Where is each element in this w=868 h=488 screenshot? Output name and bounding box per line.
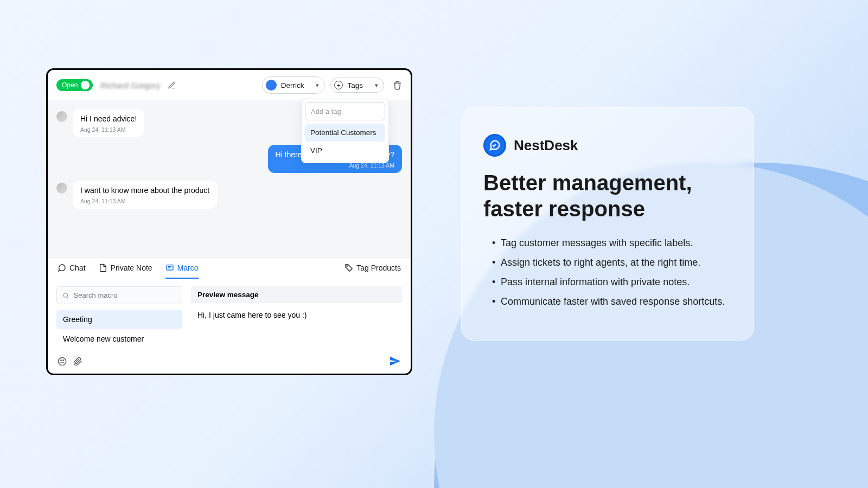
tab-chat[interactable]: Chat — [58, 264, 86, 279]
composer: Chat Private Note Marco Tag Products — [48, 258, 411, 374]
tab-tag-products[interactable]: Tag Products — [344, 264, 401, 279]
marketing-title: Better management, faster response — [483, 170, 732, 222]
composer-footer — [48, 352, 411, 374]
emoji-icon[interactable] — [58, 357, 67, 366]
customer-avatar — [56, 183, 67, 194]
message-bubble: I want to know more about the product Au… — [73, 181, 217, 209]
customer-name: Richard Gregory — [100, 81, 160, 90]
message-row: I want to know more about the product Au… — [56, 181, 402, 209]
svg-point-1 — [347, 266, 347, 266]
send-button[interactable] — [389, 355, 401, 367]
macro-list: Greeting Welcome new customer — [56, 286, 182, 349]
tags-dropdown[interactable]: + Tags ▾ Potential Customers VIP — [330, 78, 384, 93]
status-toggle[interactable]: Open — [56, 79, 93, 91]
svg-point-3 — [58, 357, 66, 365]
search-macro-input[interactable] — [74, 291, 176, 299]
customer-avatar — [56, 111, 67, 122]
tag-input[interactable] — [305, 102, 385, 120]
preview-panel: Preview message Hi, I just came here to … — [191, 286, 402, 349]
svg-point-5 — [63, 359, 63, 360]
marketing-card: NestDesk Better management, faster respo… — [461, 107, 754, 341]
feature-item: Tag customer messages with specific labe… — [492, 236, 732, 250]
trash-icon[interactable] — [393, 81, 402, 90]
message-text: Hi I need advice! — [80, 114, 137, 123]
feature-item: Communicate faster with saved response s… — [492, 294, 732, 309]
agent-avatar — [266, 80, 277, 91]
brand-row: NestDesk — [483, 134, 732, 157]
chevron-down-icon: ▾ — [375, 82, 378, 89]
edit-icon[interactable] — [168, 81, 176, 89]
brand-logo — [483, 134, 506, 157]
svg-point-4 — [61, 359, 61, 360]
tag-popover: Potential Customers VIP — [301, 99, 389, 163]
preview-text: Hi, I just came here to see you :) — [191, 309, 402, 322]
message-text: I want to know more about the product — [80, 186, 209, 195]
tag-option-potential-customers[interactable]: Potential Customers — [305, 124, 385, 142]
search-macro[interactable] — [56, 286, 182, 304]
tag-products-icon — [344, 264, 353, 272]
svg-point-2 — [63, 293, 67, 297]
chat-icon — [58, 264, 66, 272]
composer-body: Greeting Welcome new customer Preview me… — [48, 279, 411, 352]
tags-label: Tags — [347, 81, 363, 89]
chevron-down-icon: ▾ — [316, 82, 319, 89]
attachment-icon[interactable] — [73, 357, 82, 366]
tab-private-note[interactable]: Private Note — [99, 264, 152, 279]
preview-header: Preview message — [191, 286, 402, 303]
feature-list: Tag customer messages with specific labe… — [483, 236, 732, 309]
macro-item-welcome[interactable]: Welcome new customer — [56, 329, 182, 349]
status-label: Open — [62, 81, 78, 89]
tag-option-vip[interactable]: VIP — [305, 142, 385, 159]
tab-macro[interactable]: Marco — [165, 264, 199, 279]
message-time: Aug 24, 11:13 AM — [80, 126, 137, 133]
agent-name: Derrick — [281, 81, 304, 89]
note-icon — [99, 264, 107, 272]
svg-rect-0 — [167, 265, 173, 270]
search-icon — [62, 292, 69, 299]
chat-window: Open Richard Gregory Derrick ▾ + Tags ▾ … — [46, 68, 412, 375]
composer-tabs: Chat Private Note Marco Tag Products — [48, 258, 411, 279]
brand-name: NestDesk — [514, 137, 578, 154]
feature-item: Pass internal information with private n… — [492, 275, 732, 289]
message-bubble: Hi I need advice! Aug 24, 11:13 AM — [73, 109, 144, 137]
message-time: Aug 24, 11:13 AM — [80, 198, 209, 204]
macro-item-greeting[interactable]: Greeting — [56, 310, 182, 329]
plus-circle-icon: + — [334, 81, 343, 89]
toggle-knob — [81, 81, 90, 89]
macro-icon — [165, 264, 174, 272]
agent-dropdown[interactable]: Derrick ▾ — [262, 76, 326, 94]
feature-item: Assign tickets to right agents, at the r… — [492, 255, 732, 269]
chat-header: Open Richard Gregory Derrick ▾ + Tags ▾ … — [48, 70, 411, 100]
